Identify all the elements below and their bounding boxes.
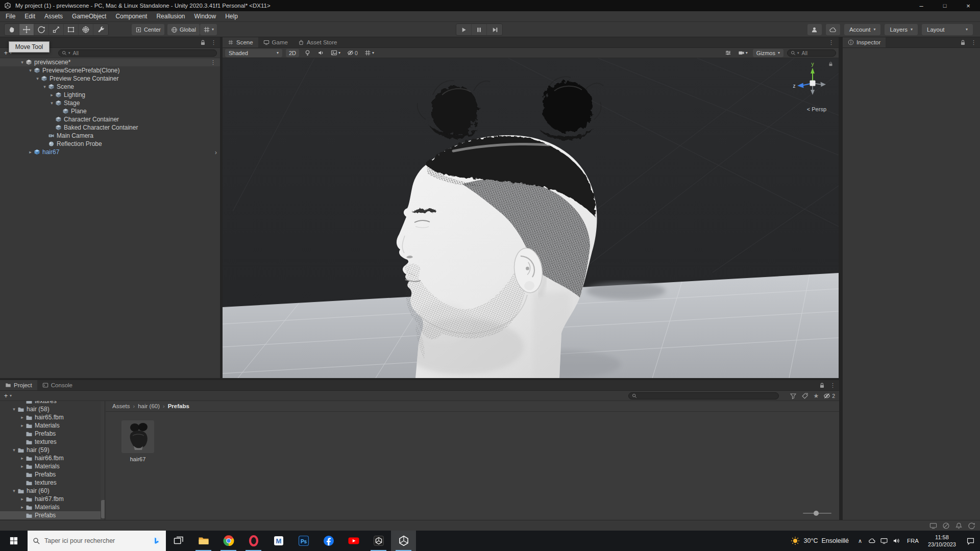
create-asset-button[interactable]: +: [3, 392, 9, 399]
collab-button[interactable]: [807, 24, 822, 35]
thumbnail-size-slider[interactable]: [803, 510, 831, 516]
activity-status-icon[interactable]: [968, 522, 975, 530]
expand-arrow[interactable]: ▾: [41, 84, 48, 89]
scene-search-input[interactable]: ▾ All: [787, 49, 836, 57]
taskbar-unity[interactable]: [391, 531, 416, 551]
expand-arrow[interactable]: ▾: [11, 447, 17, 453]
notifications-status-icon[interactable]: [955, 522, 963, 530]
project-search-input[interactable]: [628, 392, 779, 399]
tab-scene[interactable]: Scene: [223, 37, 258, 47]
expand-arrow[interactable]: ▸: [19, 456, 26, 461]
maximize-button[interactable]: □: [933, 0, 957, 11]
tool-rect[interactable]: [64, 24, 79, 35]
project-folder-row[interactable]: ▾ hair (60): [0, 487, 105, 495]
tool-hand[interactable]: [5, 24, 19, 35]
hierarchy-row[interactable]: ▾ Stage: [0, 99, 220, 107]
project-folder-row[interactable]: ▾ hair (58): [0, 405, 105, 413]
expand-arrow[interactable]: ▾: [48, 101, 55, 106]
scene-lighting-toggle[interactable]: [303, 49, 312, 57]
hierarchy-row[interactable]: ▸ hair67 ›: [0, 148, 220, 156]
project-folder-row[interactable]: ▸ hair65.fbm: [0, 413, 105, 421]
start-button[interactable]: [0, 531, 28, 551]
expand-arrow[interactable]: ▸: [19, 415, 26, 420]
taskbar-chrome[interactable]: [216, 531, 241, 551]
tab-game[interactable]: Game: [258, 37, 293, 47]
expand-arrow[interactable]: ▸: [19, 423, 26, 428]
hierarchy-row[interactable]: Character Container: [0, 115, 220, 123]
expand-arrow[interactable]: ▾: [27, 68, 34, 73]
expand-arrow[interactable]: ▾: [11, 407, 17, 412]
layout-dropdown[interactable]: Layout▾: [922, 24, 973, 35]
hierarchy-row[interactable]: Baked Character Container: [0, 123, 220, 132]
menu-item[interactable]: Component: [111, 11, 152, 21]
close-button[interactable]: ×: [957, 0, 980, 11]
scene-camera-dropdown[interactable]: ▾: [737, 49, 749, 57]
search-by-label-icon[interactable]: [801, 392, 808, 399]
panel-menu-icon[interactable]: ⋮: [971, 39, 976, 46]
create-asset-caret[interactable]: ▾: [10, 393, 12, 398]
expand-arrow[interactable]: ▸: [19, 496, 26, 502]
hierarchy-row[interactable]: ▾ PreviewScenePrefab(Clone): [0, 66, 220, 74]
scene-effects-dropdown[interactable]: ▾: [329, 49, 342, 57]
project-folder-row[interactable]: Prefabs: [0, 430, 105, 438]
panel-menu-icon[interactable]: ⋮: [830, 382, 836, 389]
scene-viewport[interactable]: y z < Persp: [223, 58, 839, 378]
onedrive-cloud-icon[interactable]: [866, 531, 878, 551]
project-folder-row[interactable]: ▸ Materials: [0, 421, 105, 430]
breadcrumb-assets[interactable]: Assets: [112, 403, 130, 409]
hierarchy-search-input[interactable]: ▾ All: [58, 49, 217, 57]
panel-menu-icon[interactable]: ⋮: [211, 39, 216, 46]
expand-arrow[interactable]: ▸: [48, 92, 55, 97]
gizmos-dropdown[interactable]: Gizmos▾: [753, 49, 783, 57]
taskbar-file-explorer[interactable]: [191, 531, 216, 551]
mute-status-icon[interactable]: [942, 522, 950, 530]
menu-item[interactable]: GameObject: [67, 11, 111, 21]
2d-toggle[interactable]: 2D: [286, 49, 299, 57]
expand-arrow[interactable]: ▸: [27, 149, 34, 155]
draw-mode-dropdown[interactable]: Shaded▾: [225, 49, 282, 57]
panel-menu-icon[interactable]: ⋮: [828, 37, 834, 47]
menu-item[interactable]: Reallusion: [152, 11, 189, 21]
project-folder-row[interactable]: textures: [0, 401, 105, 405]
taskbar-unity-hub[interactable]: [366, 531, 391, 551]
taskbar-m-app[interactable]: M: [266, 531, 291, 551]
hierarchy-row[interactable]: ▾ Preview Scene Container: [0, 74, 220, 83]
menu-item[interactable]: Assets: [40, 11, 67, 21]
orientation-toggle[interactable]: Global: [167, 24, 200, 35]
expand-arrow[interactable]: ▸: [19, 505, 26, 510]
account-dropdown[interactable]: Account▾: [844, 24, 881, 35]
tool-scale[interactable]: [49, 24, 64, 35]
weather-widget[interactable]: 30°C Ensoleillé: [785, 531, 854, 551]
project-folder-row[interactable]: ▸ Materials: [0, 503, 105, 511]
taskbar-opera[interactable]: [241, 531, 266, 551]
tab-inspector[interactable]: Inspector: [843, 37, 886, 47]
tool-transform[interactable]: [79, 24, 93, 35]
project-folder-row[interactable]: ▸ Materials: [0, 462, 105, 470]
scene-tools-button[interactable]: [723, 49, 733, 57]
project-folder-row[interactable]: Prefabs: [0, 511, 105, 519]
taskbar-task-view[interactable]: [166, 531, 191, 551]
hierarchy-row[interactable]: ▸ Lighting: [0, 91, 220, 99]
taskbar-facebook[interactable]: [316, 531, 341, 551]
console-status-icon[interactable]: [929, 522, 937, 530]
gizmo-lock-icon[interactable]: [828, 61, 834, 67]
layers-dropdown[interactable]: Layers▾: [885, 24, 918, 35]
taskbar-photoshop[interactable]: Ps: [291, 531, 316, 551]
prefab-open-icon[interactable]: ›: [215, 149, 217, 156]
expand-arrow[interactable]: ▸: [19, 464, 26, 469]
hierarchy-row[interactable]: ▾ Scene: [0, 83, 220, 91]
scene-visibility-toggle[interactable]: 0: [346, 49, 359, 57]
slider-thumb[interactable]: [814, 511, 819, 516]
menu-item[interactable]: Window: [190, 11, 221, 21]
scene-menu-icon[interactable]: ⋮: [210, 59, 216, 66]
tool-move[interactable]: [19, 24, 34, 35]
lock-icon[interactable]: [960, 39, 966, 46]
tool-custom[interactable]: [93, 24, 108, 35]
projection-label[interactable]: < Persp: [807, 106, 826, 112]
lock-icon[interactable]: [200, 39, 206, 46]
project-folder-row[interactable]: textures: [0, 479, 105, 487]
project-folder-row[interactable]: ▸ hair66.fbm: [0, 454, 105, 462]
breadcrumb-folder[interactable]: hair (60): [138, 403, 160, 409]
volume-icon[interactable]: [890, 531, 902, 551]
tab-asset-store[interactable]: Asset Store: [293, 37, 342, 47]
